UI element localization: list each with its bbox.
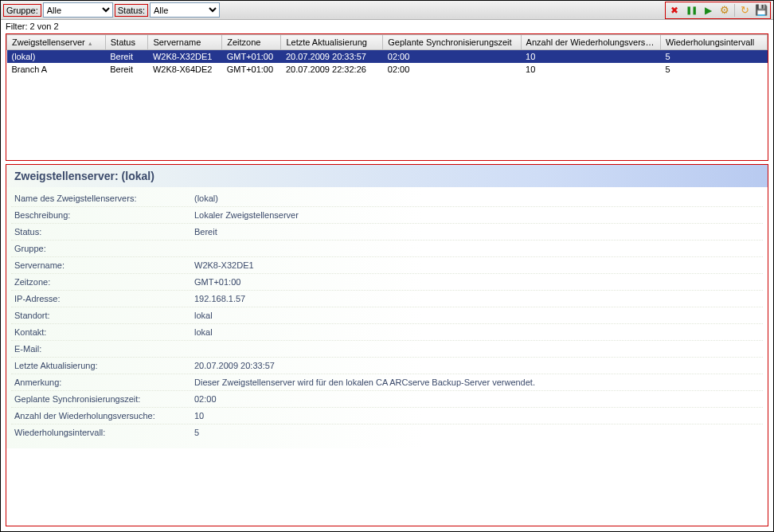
filter-count: Filter: 2 von 2 [1, 20, 773, 33]
table-cell: 10 [521, 50, 660, 64]
table-cell: GMT+01:00 [222, 63, 281, 76]
col-retry-interval[interactable]: Wiederholungsintervall [660, 35, 767, 50]
status-label: Status: [115, 4, 148, 17]
toolbar-filters: Gruppe: Alle Status: Alle [3, 2, 220, 18]
table-cell: GMT+01:00 [222, 50, 281, 64]
detail-label: Servername: [14, 260, 194, 270]
table-cell: 5 [660, 50, 767, 64]
detail-row: Beschreibung:Lokaler Zweigstellenserver [11, 207, 763, 224]
detail-row: IP-Adresse:192.168.1.57 [11, 291, 763, 307]
server-table: Zweigstellenserver▲ Status Servername Ze… [6, 34, 768, 76]
toolbar-separator [734, 4, 735, 17]
detail-value: lokal [194, 311, 213, 320]
detail-value: Bereit [194, 227, 217, 237]
detail-value: (lokal) [194, 194, 218, 203]
pause-icon[interactable]: ❚❚ [684, 3, 698, 18]
detail-row: Letzte Aktualisierung:20.07.2009 20:33:5… [11, 358, 763, 374]
play-icon[interactable]: ▶ [701, 3, 715, 18]
table-cell: W2K8-X64DE2 [148, 63, 222, 76]
table-header-row: Zweigstellenserver▲ Status Servername Ze… [7, 35, 768, 50]
group-label: Gruppe: [3, 4, 41, 17]
detail-label: Anzahl der Wiederholungsversuche: [14, 411, 194, 421]
col-status[interactable]: Status [105, 35, 148, 50]
table-cell: 5 [660, 63, 767, 76]
table-cell: 02:00 [383, 50, 521, 64]
table-row[interactable]: (lokal)BereitW2K8-X32DE1GMT+01:0020.07.2… [7, 50, 768, 64]
detail-label: E-Mail: [14, 344, 194, 354]
col-retry-count[interactable]: Anzahl der Wiederholungsversuche [521, 35, 660, 50]
table-cell: 20.07.2009 22:32:26 [281, 63, 383, 76]
detail-label: Standort: [14, 311, 194, 320]
table-cell: Bereit [105, 50, 148, 64]
detail-row: Anmerkung:Dieser Zweigstellenserver wird… [11, 374, 763, 391]
detail-row: Zeitzone:GMT+01:00 [11, 274, 763, 291]
detail-label: Wiederholungsintervall: [14, 428, 194, 437]
detail-row: Wiederholungsintervall:5 [11, 424, 763, 440]
detail-row: Geplante Synchronisierungszeit:02:00 [11, 391, 763, 408]
col-last-update[interactable]: Letzte Aktualisierung [281, 35, 383, 50]
detail-label: Geplante Synchronisierungszeit: [14, 394, 194, 404]
detail-label: Kontakt: [14, 327, 194, 337]
detail-panel: Zweigstellenserver: (lokal) Name des Zwe… [6, 164, 768, 526]
detail-value: Dieser Zweigstellenserver wird für den l… [194, 377, 535, 387]
status-select[interactable]: Alle [150, 2, 220, 18]
detail-row: Servername:W2K8-X32DE1 [11, 257, 763, 274]
col-scheduled-sync[interactable]: Geplante Synchronisierungszeit [383, 35, 521, 50]
detail-label: IP-Adresse: [14, 294, 194, 303]
delete-icon[interactable]: ✖ [667, 3, 682, 18]
detail-value: 20.07.2009 20:33:57 [194, 361, 275, 370]
detail-label: Letzte Aktualisierung: [14, 361, 194, 370]
detail-value: 192.168.1.57 [194, 294, 245, 303]
detail-body: Name des Zweigstellenservers:(lokal)Besc… [6, 187, 768, 448]
detail-label: Zeitzone: [14, 277, 194, 287]
table-cell: (lokal) [7, 50, 106, 64]
detail-value: 02:00 [194, 394, 217, 404]
detail-title: Zweigstellenserver: (lokal) [6, 165, 768, 187]
server-grid: Zweigstellenserver▲ Status Servername Ze… [6, 33, 768, 161]
detail-label: Anmerkung: [14, 377, 194, 387]
detail-row: E-Mail: [11, 341, 763, 358]
table-cell: 10 [521, 63, 660, 76]
detail-row: Gruppe: [11, 241, 763, 257]
detail-row: Kontakt:lokal [11, 324, 763, 341]
group-select[interactable]: Alle [43, 2, 113, 18]
table-cell: 02:00 [383, 63, 521, 76]
table-cell: 20.07.2009 20:33:57 [281, 50, 383, 64]
detail-label: Name des Zweigstellenservers: [14, 194, 194, 203]
table-cell: W2K8-X32DE1 [148, 50, 222, 64]
detail-value: W2K8-X32DE1 [194, 260, 254, 270]
detail-value: Lokaler Zweigstellenserver [194, 210, 299, 220]
detail-row: Anzahl der Wiederholungsversuche:10 [11, 408, 763, 424]
col-timezone[interactable]: Zeitzone [222, 35, 281, 50]
table-cell: Bereit [105, 63, 148, 76]
detail-label: Beschreibung: [14, 210, 194, 220]
col-branch-server[interactable]: Zweigstellenserver▲ [7, 35, 106, 50]
app-window: Gruppe: Alle Status: Alle ✖ ❚❚ ▶ ⚙ ↻ 💾 F… [0, 0, 774, 532]
save-icon[interactable]: 💾 [754, 3, 768, 18]
toolbar-buttons: ✖ ❚❚ ▶ ⚙ ↻ 💾 [665, 2, 771, 19]
toolbar: Gruppe: Alle Status: Alle ✖ ❚❚ ▶ ⚙ ↻ 💾 [1, 1, 773, 20]
config-icon[interactable]: ⚙ [717, 3, 732, 18]
refresh-icon[interactable]: ↻ [737, 3, 752, 18]
detail-value: GMT+01:00 [194, 277, 240, 287]
table-row[interactable]: Branch ABereitW2K8-X64DE2GMT+01:0020.07.… [7, 63, 768, 76]
detail-label: Gruppe: [14, 244, 194, 253]
detail-row: Standort:lokal [11, 307, 763, 324]
detail-value: 5 [194, 428, 199, 437]
detail-value: 10 [194, 411, 204, 421]
detail-row: Status:Bereit [11, 224, 763, 241]
detail-label: Status: [14, 227, 194, 237]
detail-value: lokal [194, 327, 213, 337]
table-cell: Branch A [7, 63, 106, 76]
col-servername[interactable]: Servername [148, 35, 222, 50]
detail-row: Name des Zweigstellenservers:(lokal) [11, 190, 763, 207]
